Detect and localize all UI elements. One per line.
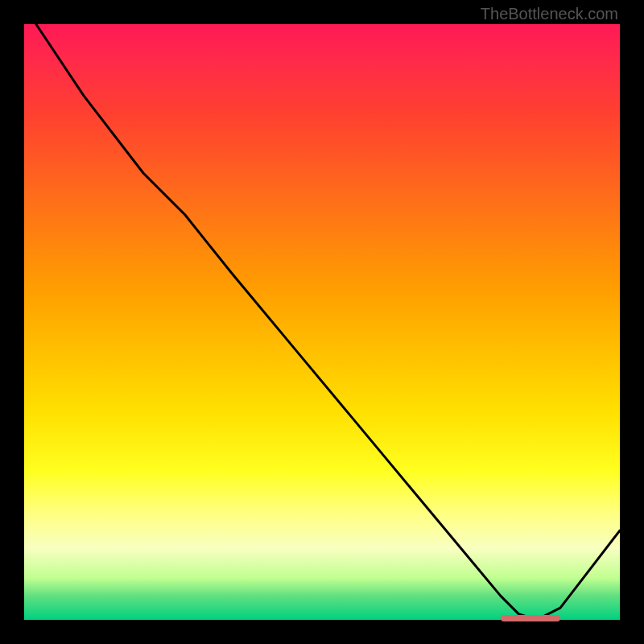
optimal-range-marker	[501, 615, 560, 621]
chart-frame	[24, 24, 620, 620]
watermark-text: TheBottleneck.com	[481, 5, 618, 23]
bottleneck-curve	[24, 24, 620, 620]
